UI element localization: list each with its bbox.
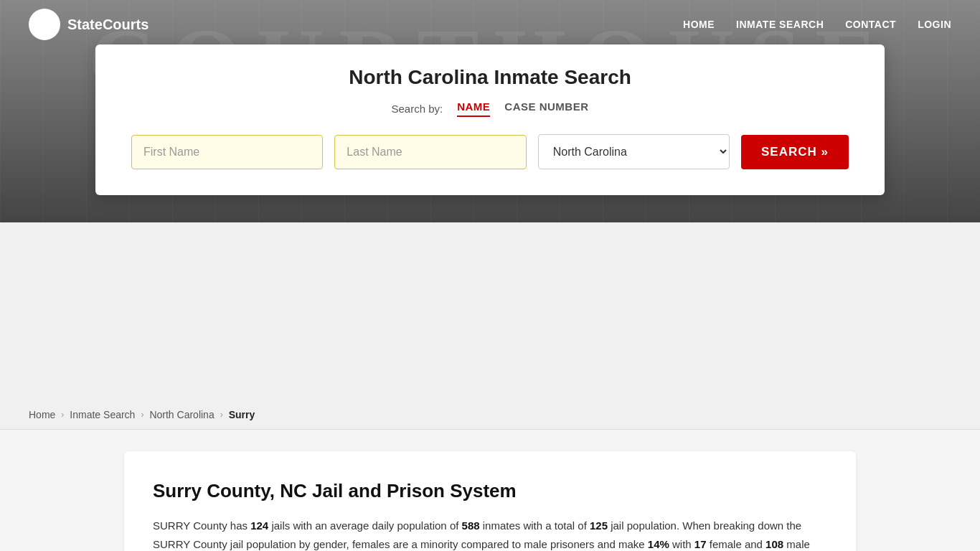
main-content: Surry County, NC Jail and Prison System … xyxy=(95,430,885,551)
desc-mid2: inmates with a total of xyxy=(480,519,590,532)
tab-case-number[interactable]: CASE NUMBER xyxy=(504,100,588,117)
search-card-title: North Carolina Inmate Search xyxy=(131,66,849,89)
desc-mid5: female and xyxy=(707,538,766,550)
breadcrumb-sep-2: › xyxy=(141,410,143,420)
hero-section: COURTHOUSE 🏛 StateCourts HOME INMATE SEA… xyxy=(0,0,980,222)
breadcrumb: Home › Inmate Search › North Carolina › … xyxy=(0,400,980,430)
last-name-input[interactable] xyxy=(334,135,526,169)
search-button[interactable]: SEARCH » xyxy=(741,135,849,169)
desc-jails: 124 xyxy=(250,519,268,532)
state-select[interactable]: North Carolina Alabama Alaska Arizona Ar… xyxy=(538,134,730,169)
nav-contact[interactable]: CONTACT xyxy=(845,19,896,30)
content-title: Surry County, NC Jail and Prison System xyxy=(153,480,827,502)
breadcrumb-sep-3: › xyxy=(220,410,223,420)
first-name-input[interactable] xyxy=(131,135,323,169)
below-hero: Home › Inmate Search › North Carolina › … xyxy=(0,400,980,551)
tab-name[interactable]: NAME xyxy=(457,100,490,117)
breadcrumb-state[interactable]: North Carolina xyxy=(149,409,214,420)
search-by-label: Search by: xyxy=(391,103,443,115)
desc-pct: 14% xyxy=(648,538,669,550)
nav-links: HOME INMATE SEARCH CONTACT LOGIN xyxy=(683,18,951,31)
desc-mid4: with xyxy=(669,538,694,550)
search-fields: North Carolina Alabama Alaska Arizona Ar… xyxy=(131,134,849,169)
content-description: SURRY County has 124 jails with an avera… xyxy=(153,517,827,551)
breadcrumb-home[interactable]: Home xyxy=(29,409,55,420)
logo-text: StateCourts xyxy=(67,17,149,33)
desc-total: 125 xyxy=(590,519,608,532)
logo-icon: 🏛 xyxy=(29,9,60,40)
breadcrumb-current: Surry xyxy=(229,409,255,420)
search-card: North Carolina Inmate Search Search by: … xyxy=(95,44,885,195)
desc-male: 108 xyxy=(765,538,783,550)
nav-login[interactable]: LOGIN xyxy=(918,19,951,30)
search-by-row: Search by: NAME CASE NUMBER xyxy=(131,100,849,117)
desc-intro: SURRY County has xyxy=(153,519,250,532)
breadcrumb-sep-1: › xyxy=(61,410,64,420)
desc-female: 17 xyxy=(694,538,707,550)
logo-link[interactable]: 🏛 StateCourts xyxy=(29,9,149,40)
desc-mid1: jails with an average daily population o… xyxy=(268,519,461,532)
main-nav: 🏛 StateCourts HOME INMATE SEARCH CONTACT… xyxy=(0,0,980,49)
nav-home[interactable]: HOME xyxy=(683,19,715,30)
nav-inmate-search[interactable]: INMATE SEARCH xyxy=(736,19,824,30)
content-card: Surry County, NC Jail and Prison System … xyxy=(124,451,856,551)
breadcrumb-inmate-search[interactable]: Inmate Search xyxy=(70,409,135,420)
desc-avg-pop: 588 xyxy=(462,519,480,532)
